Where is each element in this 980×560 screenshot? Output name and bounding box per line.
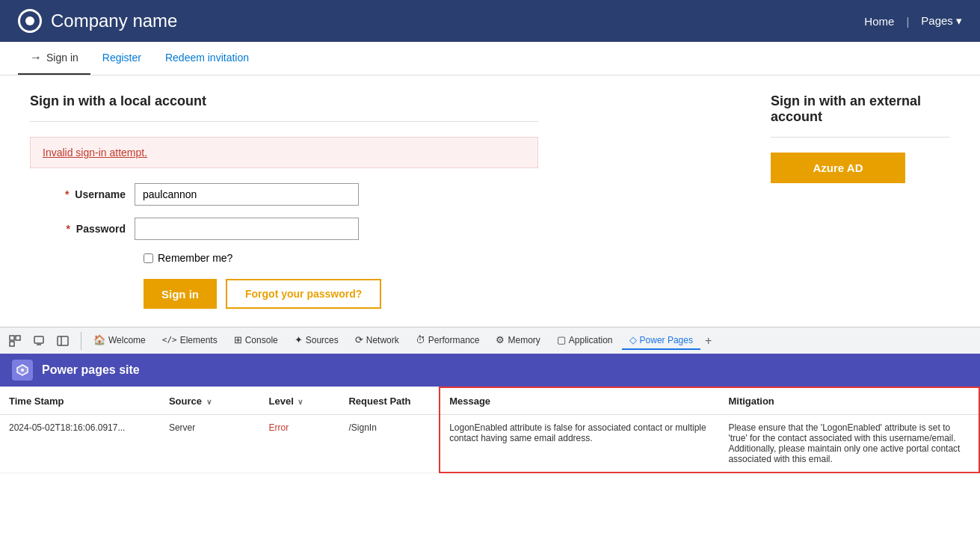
table-header-row: Time Stamp Source ∨ Level ∨ Request Path… bbox=[0, 387, 979, 415]
tab-register-label: Register bbox=[102, 52, 141, 64]
add-tab-button[interactable]: + bbox=[705, 334, 712, 348]
brand-icon bbox=[18, 9, 42, 33]
tab-signin-label: Sign in bbox=[46, 52, 78, 64]
username-label-text: Username bbox=[75, 188, 126, 200]
cell-message: LogonEnabled attribute is false for asso… bbox=[440, 415, 719, 473]
col-header-timestamp: Time Stamp bbox=[0, 387, 160, 415]
devtools-tab-powerpages[interactable]: ◇ Power Pages bbox=[622, 331, 700, 350]
level-header-label: Level bbox=[269, 396, 294, 407]
svg-rect-0 bbox=[10, 336, 14, 340]
devtools-icon-device[interactable] bbox=[30, 332, 48, 350]
nav-links: Home | Pages ▾ bbox=[864, 14, 962, 28]
forgot-password-button[interactable]: Forgot your password? bbox=[226, 279, 381, 309]
brand-icon-inner bbox=[25, 16, 34, 25]
section-divider bbox=[30, 121, 538, 122]
devtools-tab-application[interactable]: ▢ Application bbox=[549, 331, 620, 350]
tab-signin[interactable]: → Sign in bbox=[18, 42, 90, 75]
col-header-level[interactable]: Level ∨ bbox=[260, 387, 340, 415]
powerpages-panel-title: Power pages site bbox=[42, 363, 140, 377]
svg-rect-2 bbox=[10, 342, 14, 346]
nav-home[interactable]: Home bbox=[864, 15, 894, 28]
devtools-bar: 🏠 Welcome </> Elements ⊞ Console ✦ Sourc… bbox=[0, 327, 980, 354]
username-row: * Username bbox=[30, 183, 538, 206]
password-label: * Password bbox=[30, 223, 135, 235]
local-section-title: Sign in with a local account bbox=[30, 93, 538, 109]
form-buttons: Sign in Forgot your password? bbox=[144, 279, 538, 309]
timestamp-header-label: Time Stamp bbox=[9, 396, 64, 407]
nav-pages-label: Pages bbox=[921, 14, 953, 27]
devtools-tab-network[interactable]: ⟳ Network bbox=[348, 331, 407, 350]
username-required-star: * bbox=[65, 188, 69, 200]
nav-pages[interactable]: Pages ▾ bbox=[921, 14, 962, 28]
devtools-tab-performance[interactable]: ⏱ Performance bbox=[408, 331, 487, 350]
password-row: * Password bbox=[30, 218, 538, 240]
source-header-label: Source bbox=[169, 396, 202, 407]
alert-box: Invalid sign-in attempt. bbox=[30, 137, 538, 168]
devtools-tab-memory[interactable]: ⚙ Memory bbox=[488, 331, 547, 350]
col-header-mitigation: Mitigation bbox=[719, 387, 979, 415]
page-tabs: → Sign in Register Redeem invitation bbox=[0, 42, 980, 76]
remember-me-row: Remember me? bbox=[144, 252, 538, 264]
local-signin-section: Sign in with a local account Invalid sig… bbox=[30, 93, 538, 309]
powerpages-icon: ◇ bbox=[629, 334, 637, 345]
external-divider bbox=[771, 137, 950, 138]
devtools-tab-memory-label: Memory bbox=[508, 335, 540, 345]
col-header-path: Request Path bbox=[339, 387, 440, 415]
source-sort-icon: ∨ bbox=[206, 398, 212, 406]
external-section-title: Sign in with an external account bbox=[771, 93, 950, 125]
tab-redeem[interactable]: Redeem invitation bbox=[153, 42, 261, 75]
console-icon: ⊞ bbox=[234, 334, 242, 345]
svg-point-7 bbox=[21, 369, 24, 372]
table-row: 2024-05-02T18:16:06.0917... Server Error… bbox=[0, 415, 979, 473]
password-input[interactable] bbox=[135, 218, 359, 240]
username-label: * Username bbox=[30, 188, 135, 200]
tab-register[interactable]: Register bbox=[90, 42, 153, 75]
devtools-tab-application-label: Application bbox=[569, 335, 613, 345]
devtools-icon-inspect[interactable] bbox=[6, 332, 24, 350]
svg-rect-1 bbox=[16, 336, 20, 340]
nav-divider: | bbox=[906, 15, 909, 28]
cell-level: Error bbox=[260, 415, 340, 473]
password-label-text: Password bbox=[76, 223, 126, 235]
alert-link[interactable]: Invalid sign-in attempt. bbox=[43, 147, 147, 159]
sources-icon: ✦ bbox=[295, 334, 303, 345]
tab-redeem-label: Redeem invitation bbox=[165, 52, 249, 64]
username-input[interactable] bbox=[135, 183, 359, 206]
remember-me-checkbox[interactable] bbox=[144, 253, 153, 263]
signin-icon: → bbox=[30, 51, 42, 64]
cell-timestamp: 2024-05-02T18:16:06.0917... bbox=[0, 415, 160, 473]
elements-icon: </> bbox=[162, 335, 177, 345]
home-icon: 🏠 bbox=[93, 334, 105, 345]
main-content: Sign in with a local account Invalid sig… bbox=[0, 76, 980, 327]
devtools-tab-elements-label: Elements bbox=[180, 335, 218, 345]
password-required-star: * bbox=[67, 223, 70, 235]
devtools-icon-group bbox=[6, 332, 81, 350]
path-header-label: Request Path bbox=[348, 396, 410, 407]
devtools-tab-network-label: Network bbox=[366, 335, 399, 345]
cell-path: /SignIn bbox=[339, 415, 440, 473]
devtools-tab-powerpages-label: Power Pages bbox=[640, 335, 693, 345]
application-icon: ▢ bbox=[557, 334, 566, 345]
devtools-tab-elements[interactable]: </> Elements bbox=[155, 332, 225, 350]
devtools-tab-welcome[interactable]: 🏠 Welcome bbox=[86, 331, 153, 350]
top-navigation: Company name Home | Pages ▾ bbox=[0, 0, 980, 42]
devtools-tab-welcome-label: Welcome bbox=[108, 335, 146, 345]
devtools-icon-sidebar[interactable] bbox=[54, 332, 72, 350]
remember-me-label: Remember me? bbox=[158, 252, 232, 264]
devtools-tab-sources[interactable]: ✦ Sources bbox=[287, 331, 346, 350]
message-header-label: Message bbox=[449, 396, 490, 407]
performance-icon: ⏱ bbox=[416, 334, 425, 345]
memory-icon: ⚙ bbox=[496, 334, 505, 345]
devtools-tab-sources-label: Sources bbox=[306, 335, 339, 345]
azure-ad-button[interactable]: Azure AD bbox=[771, 153, 905, 183]
svg-rect-4 bbox=[58, 336, 68, 345]
brand: Company name bbox=[18, 9, 177, 33]
powerpages-panel-icon bbox=[12, 360, 33, 381]
col-header-message: Message bbox=[440, 387, 719, 415]
devtools-tab-console[interactable]: ⊞ Console bbox=[226, 331, 286, 350]
sign-in-button[interactable]: Sign in bbox=[144, 279, 217, 309]
mitigation-header-label: Mitigation bbox=[728, 396, 774, 407]
col-header-source[interactable]: Source ∨ bbox=[160, 387, 260, 415]
devtools-tab-performance-label: Performance bbox=[428, 335, 480, 345]
svg-rect-3 bbox=[34, 336, 43, 343]
